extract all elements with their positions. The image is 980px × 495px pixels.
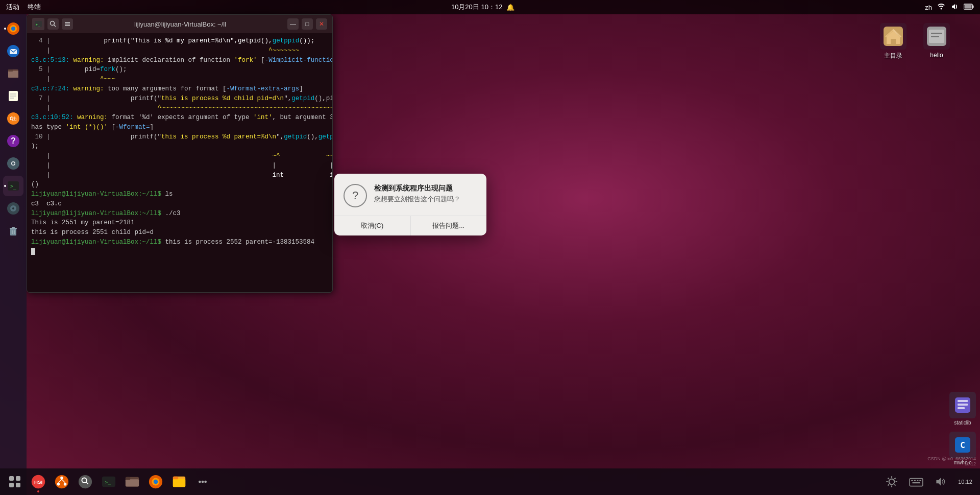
dialog-cancel-button[interactable]: 取消(C) xyxy=(334,216,411,235)
dialog-overlay: ? 检测到系统程序出现问题 您想要立刻报告这个问题吗？ 取消(C) 报告问题..… xyxy=(0,0,980,495)
dialog-report-button[interactable]: 报告问题... xyxy=(411,216,487,235)
system-error-dialog: ? 检测到系统程序出现问题 您想要立刻报告这个问题吗？ 取消(C) 报告问题..… xyxy=(334,174,486,235)
dialog-subtitle: 您想要立刻报告这个问题吗？ xyxy=(374,195,477,204)
dialog-buttons: 取消(C) 报告问题... xyxy=(334,216,486,235)
dialog-warning-icon: ? xyxy=(344,184,367,207)
dialog-title: 检测到系统程序出现问题 xyxy=(374,184,477,193)
